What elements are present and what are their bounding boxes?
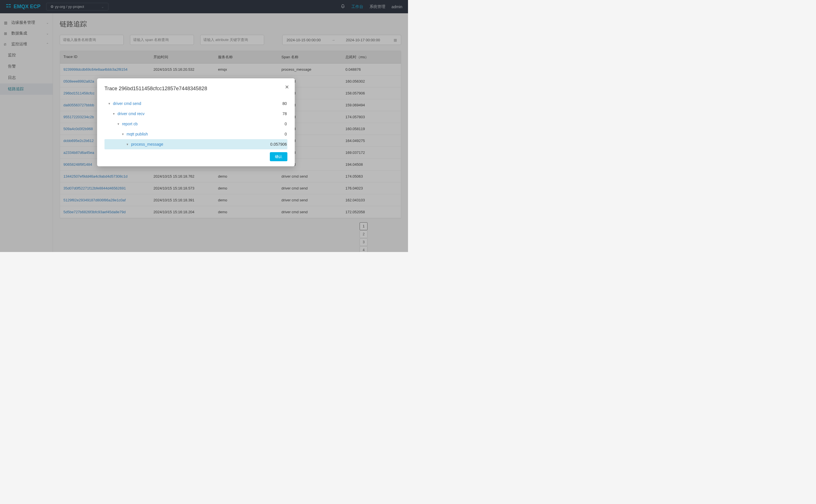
trace-span-row[interactable]: ▼mqtt publish0: [104, 129, 287, 139]
modal-title: Trace 296bd1511458cfcc12857e7448345828: [104, 86, 287, 92]
span-name-link[interactable]: mqtt publish: [126, 132, 148, 136]
span-name-link[interactable]: report cb: [122, 122, 137, 126]
span-duration: 80: [282, 101, 287, 106]
span-duration: 0.057906: [271, 142, 287, 147]
trace-detail-modal: ✕ Trace 296bd1511458cfcc12857e7448345828…: [97, 78, 295, 166]
span-duration: 0: [285, 132, 287, 136]
caret-down-icon: ▼: [112, 112, 115, 115]
span-name-link[interactable]: driver cmd send: [113, 101, 141, 106]
trace-span-row[interactable]: ▼report cb0: [104, 119, 287, 129]
caret-down-icon: ▼: [121, 133, 124, 136]
close-icon[interactable]: ✕: [285, 84, 289, 90]
caret-down-icon: ▼: [108, 102, 111, 105]
caret-down-icon: ▼: [126, 143, 129, 146]
trace-span-row[interactable]: ▼process_message0.057906: [104, 139, 287, 149]
span-duration: 0: [285, 122, 287, 126]
confirm-button[interactable]: 确认: [270, 152, 287, 161]
span-duration: 78: [282, 111, 287, 116]
span-name-link[interactable]: process_message: [131, 142, 163, 147]
span-name-link[interactable]: driver cmd recv: [117, 111, 145, 116]
trace-span-row[interactable]: ▼driver cmd recv78: [104, 109, 287, 119]
caret-down-icon: ▼: [117, 122, 120, 126]
trace-span-row[interactable]: ▼driver cmd send80: [104, 98, 287, 109]
